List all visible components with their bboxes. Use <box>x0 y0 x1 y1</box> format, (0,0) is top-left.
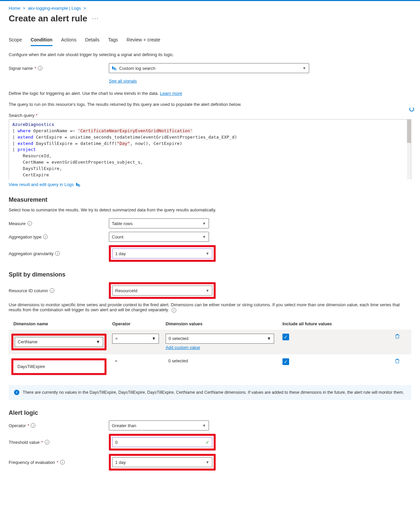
operator-label: Operator <box>9 423 26 428</box>
info-banner: i There are currently no values in the D… <box>9 385 411 400</box>
search-query-label: Search query <box>9 113 34 118</box>
highlight-annotation: CertName ▼ <box>11 334 107 350</box>
chevron-down-icon: ▼ <box>206 460 209 464</box>
highlight-annotation: 1 day ▼ <box>109 454 216 471</box>
tab-condition[interactable]: Condition <box>31 37 52 46</box>
highlight-annotation: 1 day ▼ <box>109 245 216 262</box>
view-result-link[interactable]: View result and edit query in Logs <box>9 182 74 187</box>
info-icon: i <box>14 390 19 395</box>
operator-value: Greater than <box>112 423 136 428</box>
define-logic-text: Define the logic for triggering an alert… <box>9 91 411 96</box>
chevron-down-icon: ▼ <box>202 221 206 225</box>
signal-name-value: Custom log search <box>119 66 155 71</box>
info-icon[interactable]: i <box>38 66 42 70</box>
dimension-name-value: DaysTillExpire <box>17 364 45 369</box>
frequency-value: 1 day <box>115 460 126 465</box>
required-icon: * <box>34 66 36 71</box>
svg-rect-4 <box>76 183 77 186</box>
signal-name-select[interactable]: Custom log search ▼ <box>109 63 309 73</box>
measure-label: Measure <box>9 221 26 226</box>
highlight-annotation: 0 ✓ <box>109 434 216 451</box>
chevron-down-icon: ▼ <box>152 336 156 341</box>
include-future-checkbox[interactable]: ✓ <box>282 358 289 365</box>
learn-more-link[interactable]: Learn more <box>160 91 182 96</box>
chevron-right-icon: > <box>83 6 86 11</box>
agg-gran-select[interactable]: 1 day ▼ <box>112 248 212 258</box>
signal-name-label: Signal name <box>9 66 33 71</box>
threshold-label: Threshold value <box>9 440 40 445</box>
dimension-name-select[interactable]: DaysTillExpire <box>15 362 103 372</box>
breadcrumb: Home > akv-logging-example | Logs > <box>9 6 411 11</box>
agg-type-select[interactable]: Count ▼ <box>109 232 209 242</box>
dim-header-inc: Include all future values <box>282 321 395 326</box>
info-icon[interactable]: i <box>45 440 49 445</box>
check-icon: ✓ <box>206 440 209 445</box>
required-icon: * <box>27 423 29 428</box>
required-icon: * <box>41 440 43 445</box>
chevron-down-icon: ▼ <box>202 235 206 239</box>
tab-scope[interactable]: Scope <box>9 37 22 46</box>
breadcrumb-home[interactable]: Home <box>9 6 20 11</box>
chevron-down-icon: ▼ <box>302 66 306 70</box>
add-custom-value-link[interactable]: Add custom value <box>166 345 200 350</box>
more-actions-icon[interactable]: ··· <box>92 15 99 22</box>
dimension-op-select[interactable]: = ▼ <box>112 334 159 344</box>
dimension-name-value: CertName <box>18 339 37 344</box>
info-icon[interactable]: i <box>50 288 54 293</box>
highlight-annotation: DaysTillExpire <box>11 358 107 375</box>
frequency-label: Frequency of evaluation <box>9 460 55 465</box>
dimension-val-select[interactable]: 0 selected ▼ <box>166 334 274 344</box>
dimension-row: CertName ▼ = ▼ 0 selected ▼ Add custom v… <box>9 330 411 354</box>
delete-icon[interactable] <box>395 358 400 364</box>
tabs: Scope Condition Actions Details Tags Rev… <box>9 37 411 46</box>
measure-value: Table rows <box>112 221 133 226</box>
logs-icon <box>76 182 80 187</box>
tab-details[interactable]: Details <box>85 37 99 46</box>
agg-gran-value: 1 day <box>115 251 126 256</box>
info-icon[interactable]: i <box>60 460 65 465</box>
required-icon: * <box>57 460 58 465</box>
highlight-annotation: ResourceId ▼ <box>109 282 216 299</box>
measurement-desc: Select how to summarize the results. We … <box>9 207 411 212</box>
resource-col-select[interactable]: ResourceId ▼ <box>112 286 212 296</box>
info-icon[interactable]: i <box>31 423 35 428</box>
tab-actions[interactable]: Actions <box>61 37 76 46</box>
threshold-input[interactable]: 0 ✓ <box>112 437 212 447</box>
chevron-down-icon: ▼ <box>96 339 100 344</box>
dimension-val-value: 0 selected <box>168 358 188 363</box>
scrollbar-thumb[interactable] <box>407 120 411 143</box>
svg-line-3 <box>116 69 116 70</box>
info-icon[interactable]: i <box>27 221 32 226</box>
see-all-signals-link[interactable]: See all signals <box>109 78 137 83</box>
dimension-val-value: 0 selected <box>169 336 188 341</box>
chevron-down-icon: ▼ <box>206 289 209 293</box>
dimension-name-select[interactable]: CertName ▼ <box>15 337 103 347</box>
info-icon[interactable]: i <box>43 234 48 239</box>
info-icon[interactable]: i <box>55 251 60 256</box>
chevron-down-icon: ▼ <box>206 251 209 255</box>
dimensions-header-row: Dimension name Operator Dimension values… <box>9 319 411 330</box>
resource-col-value: ResourceId <box>115 288 137 293</box>
operator-select[interactable]: Greater than ▼ <box>109 420 209 430</box>
tab-review[interactable]: Review + create <box>127 37 160 46</box>
agg-type-label: Aggregation type <box>9 234 41 239</box>
query-desc-text: The query to run on this resource's logs… <box>9 102 411 107</box>
frequency-select[interactable]: 1 day ▼ <box>112 457 212 467</box>
search-query-editor[interactable]: AzureDiagnostics| where OperationName =~… <box>9 119 411 179</box>
svg-rect-0 <box>112 66 114 69</box>
include-future-checkbox[interactable]: ✓ <box>282 334 289 340</box>
breadcrumb-resource[interactable]: akv-logging-example | Logs <box>28 6 81 11</box>
chevron-down-icon: ▼ <box>267 336 271 341</box>
delete-icon[interactable] <box>395 334 400 339</box>
tab-tags[interactable]: Tags <box>108 37 118 46</box>
split-desc: Use dimensions to monitor specific time … <box>9 302 411 313</box>
dimension-row: DaysTillExpire = 0 selected ✓ <box>9 354 411 379</box>
dimension-op-value: = <box>115 336 118 341</box>
measure-select[interactable]: Table rows ▼ <box>109 218 209 228</box>
loading-spinner-icon <box>409 107 414 112</box>
agg-type-value: Count <box>112 234 124 239</box>
page-title: Create an alert rule <box>9 13 87 24</box>
split-title: Split by dimensions <box>9 271 411 278</box>
info-icon[interactable]: i <box>172 308 176 313</box>
intro-text: Configure when the alert rule should tri… <box>9 52 411 57</box>
